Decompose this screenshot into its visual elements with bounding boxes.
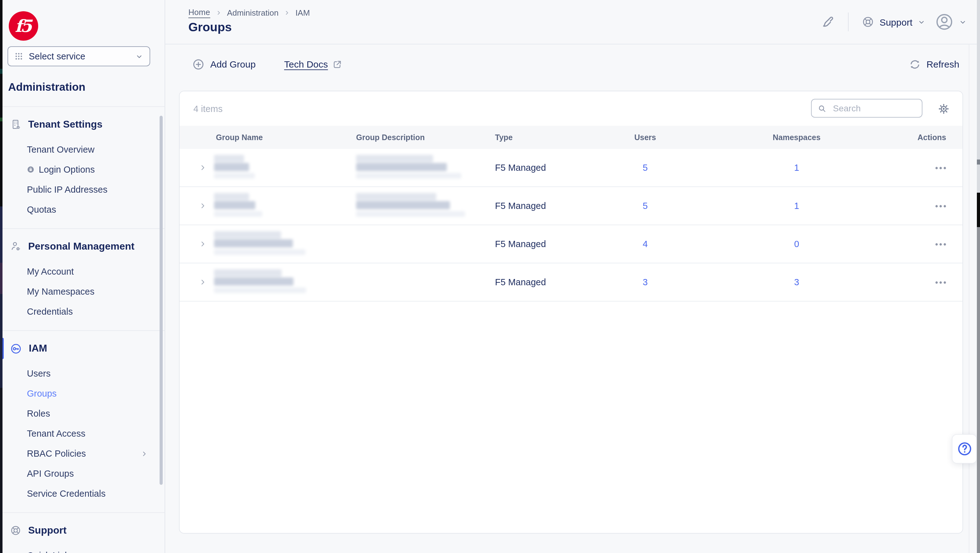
chevron-down-icon xyxy=(135,52,143,60)
sidebar-item-my-account[interactable]: My Account xyxy=(3,262,165,281)
header-divider xyxy=(848,13,849,31)
sidebar-item-service-credentials[interactable]: Service Credentials xyxy=(3,483,165,504)
items-count: 4 items xyxy=(193,91,223,126)
sidebar-item-quotas[interactable]: Quotas xyxy=(3,200,165,219)
sidebar-item-public-ip-addresses[interactable]: Public IP Addresses xyxy=(3,180,165,200)
type-cell: F5 Managed xyxy=(495,201,546,211)
type-cell: F5 Managed xyxy=(495,277,546,287)
personal-management-icon xyxy=(10,241,21,252)
namespaces-count-link[interactable]: 1 xyxy=(772,163,822,173)
row-expand-chevron-icon[interactable] xyxy=(195,237,210,251)
sidebar-item-label: Quick Links xyxy=(27,550,74,553)
f5-logo[interactable]: f5 xyxy=(9,11,38,41)
sidebar-item-my-namespaces[interactable]: My Namespaces xyxy=(3,281,165,302)
header-actions: Support xyxy=(821,0,967,44)
theme-brush-icon[interactable] xyxy=(821,15,835,29)
row-actions-button[interactable]: ••• xyxy=(935,198,947,213)
ellipsis-icon: ••• xyxy=(935,239,947,249)
namespaces-count-link[interactable]: 3 xyxy=(772,277,822,287)
add-group-label: Add Group xyxy=(210,59,256,70)
table-settings-gear-icon[interactable] xyxy=(938,103,949,114)
sidebar-item-label: Login Options xyxy=(39,165,95,175)
group-description-redacted xyxy=(356,193,450,217)
tech-docs-link[interactable]: Tech Docs xyxy=(284,44,342,84)
sidebar-section-title: IAM xyxy=(29,343,47,354)
breadcrumb: HomeAdministrationIAM xyxy=(188,8,310,18)
iam-key-icon xyxy=(10,343,22,354)
sidebar-item-tenant-overview[interactable]: Tenant Overview xyxy=(3,140,165,159)
type-cell: F5 Managed xyxy=(495,239,546,249)
background-window-sliver xyxy=(0,0,3,553)
table-row: F5 Managed33••• xyxy=(180,263,963,302)
group-name-redacted xyxy=(214,231,293,255)
sidebar-item-label: Roles xyxy=(27,408,50,418)
sidebar-section-header-support[interactable]: Support xyxy=(3,522,165,539)
row-expand-chevron-icon[interactable] xyxy=(195,198,210,213)
column-header-users: Users xyxy=(620,126,670,149)
namespaces-count-link[interactable]: 0 xyxy=(772,239,822,249)
row-actions-button[interactable]: ••• xyxy=(935,237,947,251)
users-count-link[interactable]: 5 xyxy=(620,163,670,173)
refresh-button[interactable]: Refresh xyxy=(909,44,959,84)
apps-grid-icon xyxy=(14,52,23,61)
refresh-label: Refresh xyxy=(926,59,959,70)
sidebar-item-tenant-access[interactable]: Tenant Access xyxy=(3,424,165,443)
sidebar-item-quick-links[interactable]: Quick Links xyxy=(3,545,165,553)
main-area: HomeAdministrationIAM Groups Support xyxy=(165,0,980,553)
column-header-actions: Actions xyxy=(918,126,946,149)
support-menu[interactable]: Support xyxy=(862,16,926,28)
breadcrumb-administration[interactable]: Administration xyxy=(227,8,278,17)
table-header-row: Group NameGroup DescriptionTypeUsersName… xyxy=(180,126,963,149)
select-service-label: Select service xyxy=(29,51,130,61)
sidebar-section-header-iam[interactable]: IAM xyxy=(3,340,165,357)
sidebar-item-label: API Groups xyxy=(27,469,74,478)
row-expand-chevron-icon[interactable] xyxy=(195,275,210,290)
namespaces-count-link[interactable]: 1 xyxy=(772,201,822,211)
help-button[interactable] xyxy=(952,434,977,464)
page-scrollbar[interactable] xyxy=(977,0,980,553)
add-group-button[interactable]: Add Group xyxy=(192,44,256,84)
column-header-group-name: Group Name xyxy=(216,126,263,149)
sidebar-item-groups[interactable]: Groups xyxy=(3,383,165,404)
page-title: Groups xyxy=(188,20,232,34)
row-expand-chevron-icon[interactable] xyxy=(195,160,210,175)
sidebar-item-label: My Account xyxy=(27,267,74,276)
column-header-type: Type xyxy=(495,126,513,149)
table-body: F5 Managed51•••F5 Managed51•••F5 Managed… xyxy=(180,149,963,302)
sidebar-item-users[interactable]: Users xyxy=(3,364,165,383)
question-circle-icon xyxy=(957,441,972,457)
breadcrumb-iam: IAM xyxy=(295,8,310,17)
tenant-settings-icon xyxy=(10,119,21,130)
sidebar-scrollbar[interactable] xyxy=(159,116,163,485)
sidebar-section-header-tenant-settings[interactable]: Tenant Settings xyxy=(3,116,165,133)
lock-badge-icon xyxy=(27,166,34,173)
group-name-redacted xyxy=(214,269,293,293)
table-row: F5 Managed40••• xyxy=(180,225,963,263)
users-count-link[interactable]: 4 xyxy=(620,239,670,249)
tech-docs-label: Tech Docs xyxy=(284,59,328,70)
table-row: F5 Managed51••• xyxy=(180,149,963,187)
search-input[interactable] xyxy=(832,103,916,114)
search-icon xyxy=(817,103,827,113)
row-actions-button[interactable]: ••• xyxy=(935,275,947,290)
sidebar-item-label: Quotas xyxy=(27,205,56,215)
sidebar-item-label: Public IP Addresses xyxy=(27,184,107,195)
external-link-icon xyxy=(332,59,342,69)
users-count-link[interactable]: 5 xyxy=(620,201,670,211)
sidebar-item-roles[interactable]: Roles xyxy=(3,404,165,424)
refresh-icon xyxy=(909,58,921,70)
sidebar-item-login-options[interactable]: Login Options xyxy=(3,159,165,180)
users-count-link[interactable]: 3 xyxy=(620,277,670,287)
sidebar-section-header-personal-management[interactable]: Personal Management xyxy=(3,238,165,255)
breadcrumb-home[interactable]: Home xyxy=(188,8,210,18)
row-actions-button[interactable]: ••• xyxy=(935,160,947,175)
account-menu[interactable] xyxy=(935,13,967,31)
support-menu-label: Support xyxy=(880,17,912,27)
ellipsis-icon: ••• xyxy=(935,201,947,210)
sidebar-item-credentials[interactable]: Credentials xyxy=(3,302,165,321)
column-header-group-description: Group Description xyxy=(356,126,425,149)
sidebar-item-api-groups[interactable]: API Groups xyxy=(3,464,165,483)
select-service-dropdown[interactable]: Select service xyxy=(8,46,150,66)
panel-edge-line xyxy=(969,44,969,553)
sidebar-item-rbac-policies[interactable]: RBAC Policies xyxy=(3,443,165,464)
